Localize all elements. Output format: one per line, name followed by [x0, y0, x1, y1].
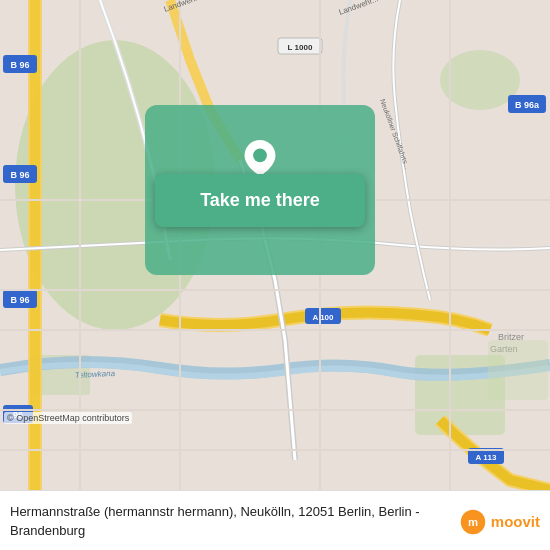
- osm-credit: © OpenStreetMap contributors: [4, 412, 132, 424]
- moovit-label: moovit: [491, 513, 540, 530]
- svg-text:B 96: B 96: [10, 295, 29, 305]
- info-bar: Hermannstraße (hermannstr hermann), Neuk…: [0, 490, 550, 550]
- svg-text:m: m: [468, 516, 478, 528]
- svg-text:B 96: B 96: [10, 170, 29, 180]
- svg-text:A 100: A 100: [312, 313, 334, 322]
- take-me-there-button[interactable]: Take me there: [155, 174, 365, 227]
- button-overlay: Take me there: [155, 140, 365, 227]
- map-container: Teltowkana B 96 B 96 B 96 96 L 1000 A 10…: [0, 0, 550, 490]
- svg-text:A 113: A 113: [475, 453, 497, 462]
- address-text: Hermannstraße (hermannstr hermann), Neuk…: [10, 503, 451, 539]
- svg-text:B 96a: B 96a: [515, 100, 540, 110]
- map-pin-icon: [242, 140, 278, 176]
- svg-text:L 1000: L 1000: [288, 43, 313, 52]
- svg-point-31: [253, 149, 267, 163]
- svg-rect-29: [488, 340, 548, 400]
- svg-text:B 96: B 96: [10, 60, 29, 70]
- moovit-logo: m moovit: [459, 508, 540, 536]
- moovit-icon: m: [459, 508, 487, 536]
